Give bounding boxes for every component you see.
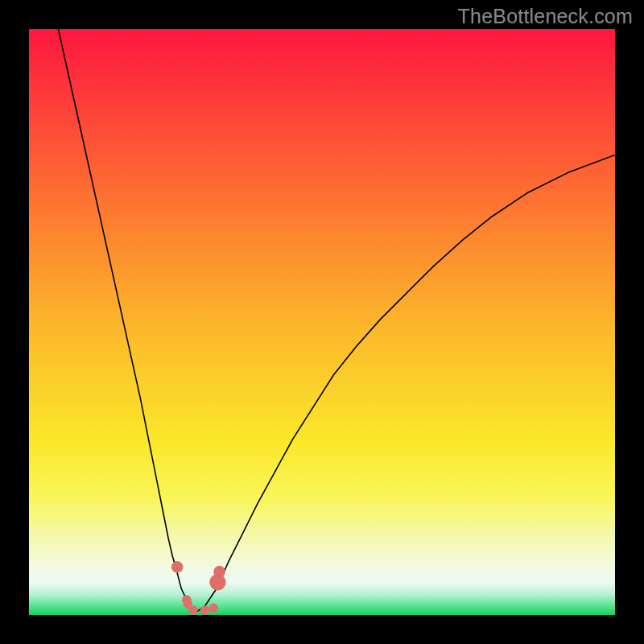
- marker-3: [188, 605, 198, 615]
- marker-4: [200, 605, 210, 615]
- marker-5: [209, 603, 219, 613]
- marker-0: [171, 561, 184, 573]
- gradient-background: [29, 29, 615, 615]
- outer-frame: { "watermark": "TheBottleneck.com", "cha…: [0, 0, 644, 644]
- bottleneck-chart: [29, 29, 615, 615]
- marker-7: [213, 566, 225, 578]
- watermark-text: TheBottleneck.com: [458, 5, 633, 28]
